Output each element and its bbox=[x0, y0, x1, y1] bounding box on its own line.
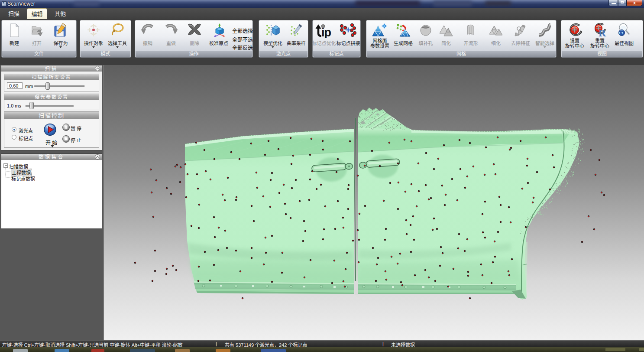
svg-text:R: R bbox=[599, 27, 606, 38]
svg-text:1:1: 1:1 bbox=[619, 31, 624, 35]
